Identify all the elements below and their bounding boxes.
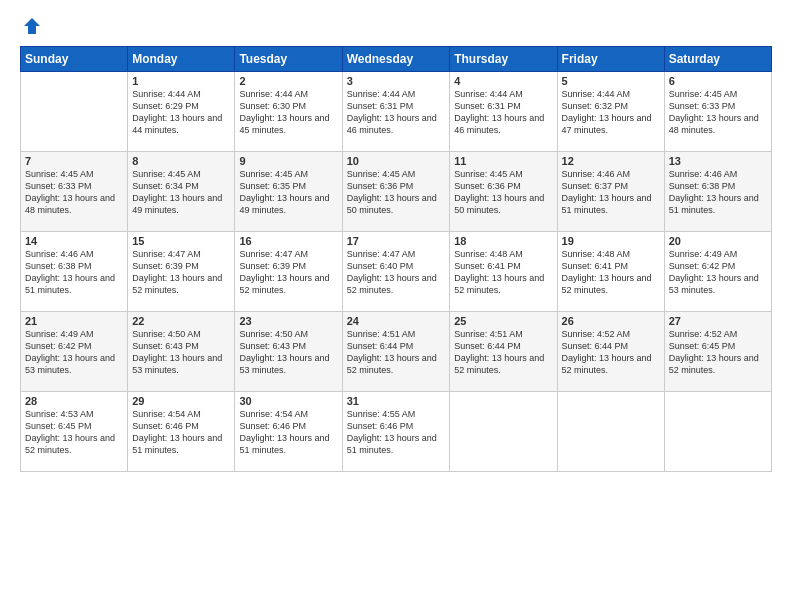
calendar-cell — [557, 392, 664, 472]
day-number: 16 — [239, 235, 337, 247]
day-number: 10 — [347, 155, 446, 167]
calendar-cell — [21, 72, 128, 152]
calendar-header-row: SundayMondayTuesdayWednesdayThursdayFrid… — [21, 47, 772, 72]
cell-info: Sunrise: 4:47 AMSunset: 6:40 PMDaylight:… — [347, 248, 446, 297]
day-number: 26 — [562, 315, 660, 327]
day-number: 27 — [669, 315, 767, 327]
cell-info: Sunrise: 4:46 AMSunset: 6:37 PMDaylight:… — [562, 168, 660, 217]
day-number: 24 — [347, 315, 446, 327]
header — [20, 16, 772, 36]
cell-info: Sunrise: 4:46 AMSunset: 6:38 PMDaylight:… — [669, 168, 767, 217]
cell-info: Sunrise: 4:52 AMSunset: 6:45 PMDaylight:… — [669, 328, 767, 377]
calendar-cell: 3Sunrise: 4:44 AMSunset: 6:31 PMDaylight… — [342, 72, 450, 152]
calendar-cell: 24Sunrise: 4:51 AMSunset: 6:44 PMDayligh… — [342, 312, 450, 392]
calendar-cell: 17Sunrise: 4:47 AMSunset: 6:40 PMDayligh… — [342, 232, 450, 312]
day-number: 11 — [454, 155, 552, 167]
calendar-cell: 18Sunrise: 4:48 AMSunset: 6:41 PMDayligh… — [450, 232, 557, 312]
day-number: 30 — [239, 395, 337, 407]
day-number: 8 — [132, 155, 230, 167]
cell-info: Sunrise: 4:47 AMSunset: 6:39 PMDaylight:… — [239, 248, 337, 297]
svg-marker-0 — [24, 18, 40, 34]
cell-info: Sunrise: 4:50 AMSunset: 6:43 PMDaylight:… — [239, 328, 337, 377]
calendar-cell: 21Sunrise: 4:49 AMSunset: 6:42 PMDayligh… — [21, 312, 128, 392]
day-number: 31 — [347, 395, 446, 407]
cell-info: Sunrise: 4:44 AMSunset: 6:30 PMDaylight:… — [239, 88, 337, 137]
calendar-cell: 2Sunrise: 4:44 AMSunset: 6:30 PMDaylight… — [235, 72, 342, 152]
day-number: 9 — [239, 155, 337, 167]
cell-info: Sunrise: 4:48 AMSunset: 6:41 PMDaylight:… — [562, 248, 660, 297]
cell-info: Sunrise: 4:54 AMSunset: 6:46 PMDaylight:… — [239, 408, 337, 457]
day-number: 28 — [25, 395, 123, 407]
calendar-cell: 4Sunrise: 4:44 AMSunset: 6:31 PMDaylight… — [450, 72, 557, 152]
calendar-cell: 29Sunrise: 4:54 AMSunset: 6:46 PMDayligh… — [128, 392, 235, 472]
day-header: Wednesday — [342, 47, 450, 72]
calendar-cell — [450, 392, 557, 472]
day-header: Thursday — [450, 47, 557, 72]
calendar-cell: 7Sunrise: 4:45 AMSunset: 6:33 PMDaylight… — [21, 152, 128, 232]
day-header: Saturday — [664, 47, 771, 72]
calendar-cell: 26Sunrise: 4:52 AMSunset: 6:44 PMDayligh… — [557, 312, 664, 392]
calendar-cell: 23Sunrise: 4:50 AMSunset: 6:43 PMDayligh… — [235, 312, 342, 392]
calendar-week-row: 28Sunrise: 4:53 AMSunset: 6:45 PMDayligh… — [21, 392, 772, 472]
calendar-cell: 30Sunrise: 4:54 AMSunset: 6:46 PMDayligh… — [235, 392, 342, 472]
calendar-week-row: 7Sunrise: 4:45 AMSunset: 6:33 PMDaylight… — [21, 152, 772, 232]
cell-info: Sunrise: 4:45 AMSunset: 6:36 PMDaylight:… — [347, 168, 446, 217]
cell-info: Sunrise: 4:54 AMSunset: 6:46 PMDaylight:… — [132, 408, 230, 457]
day-number: 17 — [347, 235, 446, 247]
calendar-cell: 12Sunrise: 4:46 AMSunset: 6:37 PMDayligh… — [557, 152, 664, 232]
day-number: 25 — [454, 315, 552, 327]
page: SundayMondayTuesdayWednesdayThursdayFrid… — [0, 0, 792, 612]
calendar-cell: 11Sunrise: 4:45 AMSunset: 6:36 PMDayligh… — [450, 152, 557, 232]
day-number: 14 — [25, 235, 123, 247]
calendar-cell: 5Sunrise: 4:44 AMSunset: 6:32 PMDaylight… — [557, 72, 664, 152]
day-header: Tuesday — [235, 47, 342, 72]
day-number: 1 — [132, 75, 230, 87]
cell-info: Sunrise: 4:52 AMSunset: 6:44 PMDaylight:… — [562, 328, 660, 377]
calendar-cell: 6Sunrise: 4:45 AMSunset: 6:33 PMDaylight… — [664, 72, 771, 152]
cell-info: Sunrise: 4:48 AMSunset: 6:41 PMDaylight:… — [454, 248, 552, 297]
calendar-cell: 20Sunrise: 4:49 AMSunset: 6:42 PMDayligh… — [664, 232, 771, 312]
day-number: 2 — [239, 75, 337, 87]
cell-info: Sunrise: 4:44 AMSunset: 6:31 PMDaylight:… — [347, 88, 446, 137]
day-number: 29 — [132, 395, 230, 407]
calendar-week-row: 1Sunrise: 4:44 AMSunset: 6:29 PMDaylight… — [21, 72, 772, 152]
cell-info: Sunrise: 4:51 AMSunset: 6:44 PMDaylight:… — [347, 328, 446, 377]
cell-info: Sunrise: 4:44 AMSunset: 6:29 PMDaylight:… — [132, 88, 230, 137]
calendar: SundayMondayTuesdayWednesdayThursdayFrid… — [20, 46, 772, 472]
calendar-cell: 31Sunrise: 4:55 AMSunset: 6:46 PMDayligh… — [342, 392, 450, 472]
day-number: 23 — [239, 315, 337, 327]
day-number: 4 — [454, 75, 552, 87]
day-number: 21 — [25, 315, 123, 327]
calendar-cell: 19Sunrise: 4:48 AMSunset: 6:41 PMDayligh… — [557, 232, 664, 312]
calendar-cell: 9Sunrise: 4:45 AMSunset: 6:35 PMDaylight… — [235, 152, 342, 232]
logo-icon — [22, 16, 42, 36]
calendar-cell: 14Sunrise: 4:46 AMSunset: 6:38 PMDayligh… — [21, 232, 128, 312]
cell-info: Sunrise: 4:55 AMSunset: 6:46 PMDaylight:… — [347, 408, 446, 457]
day-number: 13 — [669, 155, 767, 167]
day-number: 6 — [669, 75, 767, 87]
cell-info: Sunrise: 4:51 AMSunset: 6:44 PMDaylight:… — [454, 328, 552, 377]
day-number: 5 — [562, 75, 660, 87]
calendar-cell: 1Sunrise: 4:44 AMSunset: 6:29 PMDaylight… — [128, 72, 235, 152]
calendar-cell: 25Sunrise: 4:51 AMSunset: 6:44 PMDayligh… — [450, 312, 557, 392]
calendar-cell: 15Sunrise: 4:47 AMSunset: 6:39 PMDayligh… — [128, 232, 235, 312]
day-number: 12 — [562, 155, 660, 167]
day-number: 15 — [132, 235, 230, 247]
calendar-cell: 13Sunrise: 4:46 AMSunset: 6:38 PMDayligh… — [664, 152, 771, 232]
cell-info: Sunrise: 4:49 AMSunset: 6:42 PMDaylight:… — [25, 328, 123, 377]
day-header: Friday — [557, 47, 664, 72]
day-number: 22 — [132, 315, 230, 327]
cell-info: Sunrise: 4:45 AMSunset: 6:36 PMDaylight:… — [454, 168, 552, 217]
day-number: 20 — [669, 235, 767, 247]
day-number: 3 — [347, 75, 446, 87]
calendar-cell: 28Sunrise: 4:53 AMSunset: 6:45 PMDayligh… — [21, 392, 128, 472]
cell-info: Sunrise: 4:49 AMSunset: 6:42 PMDaylight:… — [669, 248, 767, 297]
cell-info: Sunrise: 4:45 AMSunset: 6:35 PMDaylight:… — [239, 168, 337, 217]
logo — [20, 16, 42, 36]
cell-info: Sunrise: 4:45 AMSunset: 6:34 PMDaylight:… — [132, 168, 230, 217]
day-number: 7 — [25, 155, 123, 167]
cell-info: Sunrise: 4:44 AMSunset: 6:32 PMDaylight:… — [562, 88, 660, 137]
day-number: 18 — [454, 235, 552, 247]
cell-info: Sunrise: 4:46 AMSunset: 6:38 PMDaylight:… — [25, 248, 123, 297]
calendar-cell: 27Sunrise: 4:52 AMSunset: 6:45 PMDayligh… — [664, 312, 771, 392]
